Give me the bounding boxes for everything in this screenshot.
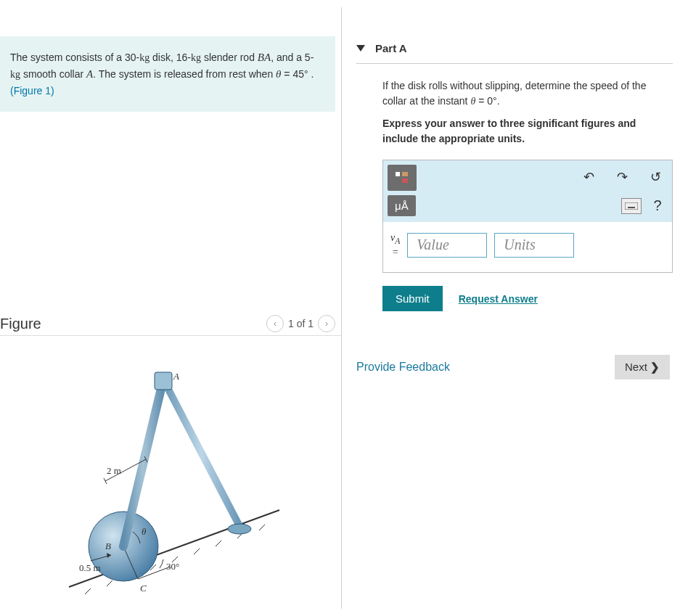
variable-label: vA = [390, 232, 400, 258]
keyboard-icon[interactable] [621, 198, 642, 214]
units-input[interactable]: Units [494, 233, 574, 258]
svg-line-20 [104, 478, 107, 484]
svg-line-2 [107, 580, 112, 586]
figure-title: Figure [0, 316, 41, 332]
next-button[interactable]: Next ❯ [615, 355, 670, 379]
figure-prev-button[interactable]: ‹ [266, 315, 284, 332]
problem-statement: The system consists of a 30-kg disk, 16-… [0, 36, 335, 112]
figure-nav: ‹ 1 of 1 › [266, 315, 335, 332]
label-2m: 2 m [107, 465, 121, 476]
special-chars-button[interactable]: μÅ [388, 195, 416, 216]
svg-line-7 [216, 541, 221, 546]
svg-line-9 [259, 525, 265, 530]
answer-pad: ↶ ↷ ↺ μÅ ? vA [382, 160, 673, 273]
part-header[interactable]: Part A [356, 32, 673, 64]
svg-rect-24 [396, 172, 400, 176]
label-B: B [105, 541, 111, 551]
request-answer-link[interactable]: Request Answer [459, 293, 538, 305]
figure-link[interactable]: (Figure 1) [10, 85, 54, 96]
svg-point-17 [228, 524, 251, 534]
redo-button[interactable]: ↷ [605, 160, 639, 194]
submit-button[interactable]: Submit [382, 286, 443, 311]
label-30: 30° [166, 561, 179, 572]
toolbar-row-2: μÅ ? [383, 195, 672, 222]
svg-rect-26 [402, 178, 408, 183]
collapse-icon [356, 45, 365, 52]
label-radius: 0.5 m [79, 562, 101, 573]
undo-button[interactable]: ↶ [572, 160, 605, 194]
svg-rect-16 [155, 372, 172, 390]
question-text: If the disk rolls without slipping, dete… [382, 78, 673, 109]
svg-rect-27 [625, 202, 638, 210]
template-button[interactable] [388, 165, 417, 191]
part-title: Part A [375, 42, 407, 54]
svg-line-1 [85, 588, 91, 594]
toolbar-row-1: ↶ ↷ ↺ [383, 160, 672, 195]
figure-next-button[interactable]: › [318, 315, 335, 332]
problem-text: The system consists of a 30- [10, 52, 139, 63]
instruction-text: Express your answer to three significant… [382, 116, 673, 147]
figure-counter: 1 of 1 [288, 318, 314, 329]
label-theta: θ [142, 526, 147, 537]
answer-input-row: vA = Value Units [383, 222, 672, 272]
provide-feedback-link[interactable]: Provide Feedback [356, 361, 450, 374]
svg-line-6 [194, 549, 200, 554]
figure-diagram: A B C 2 m 0.5 m θ 30° [0, 336, 341, 607]
reset-button[interactable]: ↺ [639, 160, 672, 194]
help-icon[interactable]: ? [647, 198, 668, 214]
value-input[interactable]: Value [407, 233, 487, 258]
label-A: A [173, 371, 179, 382]
label-C: C [140, 583, 147, 594]
chevron-right-icon: ❯ [650, 361, 660, 373]
svg-line-15 [163, 379, 239, 526]
svg-rect-25 [402, 172, 408, 176]
